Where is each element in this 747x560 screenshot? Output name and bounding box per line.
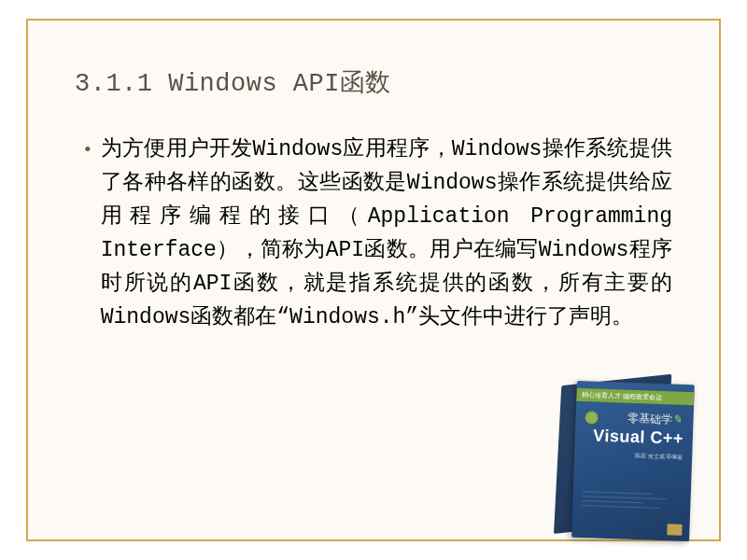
book-author: 陈超 朱立成 等编著: [635, 452, 683, 462]
book-cover-image: 精心培育人才 编程改变命运 零基础学✎ Visual C++ 陈超 朱立成 等编…: [554, 371, 698, 539]
book-front-cover: 精心培育人才 编程改变命运 零基础学✎ Visual C++ 陈超 朱立成 等编…: [571, 381, 695, 541]
bullet-item: • 为方便用户开发Windows应用程序，Windows操作系统提供了各种各样的…: [75, 133, 672, 334]
slide-content: 3.1.1 Windows API函数 • 为方便用户开发Windows应用程序…: [28, 21, 719, 334]
slide-frame: 3.1.1 Windows API函数 • 为方便用户开发Windows应用程序…: [26, 19, 721, 541]
book-band: 精心培育人才 编程改变命运: [576, 388, 694, 405]
book-decorative-lines: [582, 491, 682, 513]
bullet-marker: •: [84, 133, 92, 166]
section-heading: 3.1.1 Windows API函数: [75, 65, 672, 99]
book-logo-icon: [585, 411, 598, 424]
book-subtitle: 零基础学✎: [627, 411, 683, 428]
body-paragraph: 为方便用户开发Windows应用程序，Windows操作系统提供了各种各样的函数…: [101, 133, 672, 334]
publisher-logo-icon: [667, 524, 682, 536]
book-subtitle-text: 零基础学: [627, 412, 672, 427]
book-accent-icon: ✎: [672, 413, 682, 426]
book-title: Visual C++: [593, 426, 684, 448]
